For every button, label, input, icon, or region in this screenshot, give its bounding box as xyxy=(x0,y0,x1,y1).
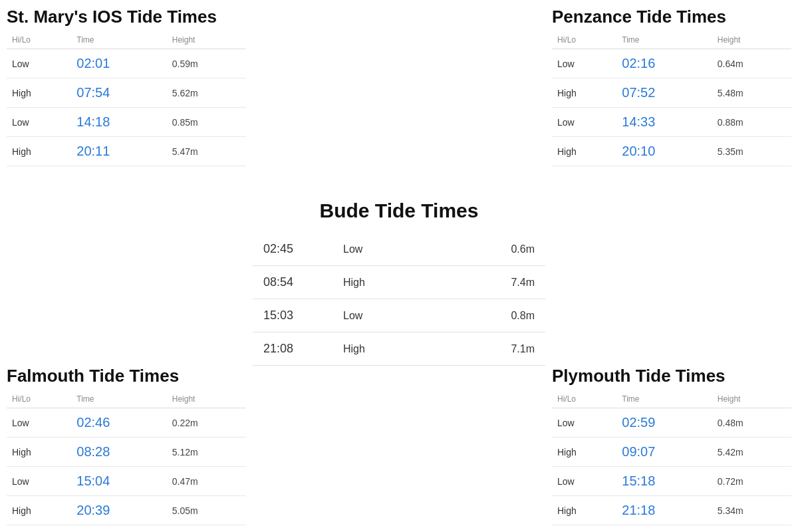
penzance-col-height: Height xyxy=(712,33,791,49)
plymouth-hilo-3: High xyxy=(552,496,616,525)
table-row: High 20:10 5.35m xyxy=(552,137,791,166)
stmarys-title: St. Mary's IOS Tide Times xyxy=(7,7,246,27)
bude-panel: Bude Tide Times 02:45 Low 0.6m 08:54 Hig… xyxy=(253,200,545,366)
table-row: 02:45 Low 0.6m xyxy=(253,233,545,266)
stmarys-height-3: 5.47m xyxy=(167,137,246,166)
penzance-hilo-0: Low xyxy=(552,49,616,78)
stmarys-col-height: Height xyxy=(167,33,246,49)
stmarys-col-hilo: Hi/Lo xyxy=(7,33,71,49)
plymouth-height-3: 5.34m xyxy=(712,496,791,525)
plymouth-panel: Plymouth Tide Times Hi/Lo Time Height Lo… xyxy=(552,366,791,525)
bude-hilo-2: Low xyxy=(332,299,412,332)
stmarys-panel: St. Mary's IOS Tide Times Hi/Lo Time Hei… xyxy=(7,7,246,166)
plymouth-hilo-0: Low xyxy=(552,408,616,438)
table-row: 08:54 High 7.4m xyxy=(253,266,545,299)
plymouth-time-1: 09:07 xyxy=(616,438,712,467)
plymouth-table: Hi/Lo Time Height Low 02:59 0.48m High 0… xyxy=(552,392,791,525)
table-row: High 20:11 5.47m xyxy=(7,137,246,166)
plymouth-time-3: 21:18 xyxy=(616,496,712,525)
table-row: 21:08 High 7.1m xyxy=(253,332,545,366)
falmouth-height-1: 5.12m xyxy=(167,438,246,467)
falmouth-hilo-0: Low xyxy=(7,408,71,438)
bude-hilo-3: High xyxy=(332,332,412,366)
bude-height-1: 7.4m xyxy=(412,266,545,299)
penzance-col-hilo: Hi/Lo xyxy=(552,33,616,49)
bude-table: 02:45 Low 0.6m 08:54 High 7.4m 15:03 Low… xyxy=(253,233,545,366)
penzance-height-2: 0.88m xyxy=(712,108,791,137)
penzance-height-0: 0.64m xyxy=(712,49,791,78)
falmouth-time-1: 08:28 xyxy=(71,438,166,467)
table-row: High 21:18 5.34m xyxy=(552,496,791,525)
plymouth-height-1: 5.42m xyxy=(712,438,791,467)
stmarys-col-time: Time xyxy=(71,33,166,49)
table-row: Low 15:04 0.47m xyxy=(7,467,246,496)
penzance-height-1: 5.48m xyxy=(712,78,791,108)
falmouth-hilo-3: High xyxy=(7,496,71,525)
table-row: Low 14:18 0.85m xyxy=(7,108,246,137)
plymouth-title: Plymouth Tide Times xyxy=(552,366,791,386)
bude-hilo-1: High xyxy=(332,266,412,299)
plymouth-hilo-2: Low xyxy=(552,467,616,496)
stmarys-height-2: 0.85m xyxy=(167,108,246,137)
table-row: Low 02:16 0.64m xyxy=(552,49,791,78)
plymouth-height-2: 0.72m xyxy=(712,467,791,496)
penzance-time-2: 14:33 xyxy=(616,108,712,137)
penzance-col-time: Time xyxy=(616,33,712,49)
table-row: High 09:07 5.42m xyxy=(552,438,791,467)
stmarys-height-0: 0.59m xyxy=(167,49,246,78)
falmouth-height-2: 0.47m xyxy=(167,467,246,496)
bude-height-2: 0.8m xyxy=(412,299,545,332)
table-row: Low 02:46 0.22m xyxy=(7,408,246,438)
bude-time-0: 02:45 xyxy=(253,233,332,266)
falmouth-time-2: 15:04 xyxy=(71,467,166,496)
falmouth-col-hilo: Hi/Lo xyxy=(7,392,71,408)
plymouth-time-2: 15:18 xyxy=(616,467,712,496)
falmouth-col-height: Height xyxy=(167,392,246,408)
table-row: High 08:28 5.12m xyxy=(7,438,246,467)
penzance-panel: Penzance Tide Times Hi/Lo Time Height Lo… xyxy=(552,7,791,166)
plymouth-time-0: 02:59 xyxy=(616,408,712,438)
penzance-title: Penzance Tide Times xyxy=(552,7,791,27)
plymouth-hilo-1: High xyxy=(552,438,616,467)
table-row: High 07:52 5.48m xyxy=(552,78,791,108)
table-row: 15:03 Low 0.8m xyxy=(253,299,545,332)
penzance-hilo-2: Low xyxy=(552,108,616,137)
stmarys-time-3: 20:11 xyxy=(71,137,166,166)
table-row: High 07:54 5.62m xyxy=(7,78,246,108)
table-row: Low 02:01 0.59m xyxy=(7,49,246,78)
table-row: Low 02:59 0.48m xyxy=(552,408,791,438)
stmarys-hilo-2: Low xyxy=(7,108,71,137)
stmarys-height-1: 5.62m xyxy=(167,78,246,108)
falmouth-height-3: 5.05m xyxy=(167,496,246,525)
plymouth-col-height: Height xyxy=(712,392,791,408)
bude-title: Bude Tide Times xyxy=(253,200,545,222)
falmouth-hilo-2: Low xyxy=(7,467,71,496)
penzance-hilo-3: High xyxy=(552,137,616,166)
falmouth-time-3: 20:39 xyxy=(71,496,166,525)
bude-time-1: 08:54 xyxy=(253,266,332,299)
plymouth-height-0: 0.48m xyxy=(712,408,791,438)
falmouth-height-0: 0.22m xyxy=(167,408,246,438)
penzance-table: Hi/Lo Time Height Low 02:16 0.64m High 0… xyxy=(552,33,791,166)
penzance-time-1: 07:52 xyxy=(616,78,712,108)
falmouth-hilo-1: High xyxy=(7,438,71,467)
bude-height-0: 0.6m xyxy=(412,233,545,266)
bude-time-3: 21:08 xyxy=(253,332,332,366)
stmarys-time-1: 07:54 xyxy=(71,78,166,108)
falmouth-title: Falmouth Tide Times xyxy=(7,366,246,386)
stmarys-hilo-3: High xyxy=(7,137,71,166)
bude-time-2: 15:03 xyxy=(253,299,332,332)
stmarys-hilo-0: Low xyxy=(7,49,71,78)
table-row: Low 15:18 0.72m xyxy=(552,467,791,496)
stmarys-time-2: 14:18 xyxy=(71,108,166,137)
table-row: Low 14:33 0.88m xyxy=(552,108,791,137)
bude-hilo-0: Low xyxy=(332,233,412,266)
penzance-height-3: 5.35m xyxy=(712,137,791,166)
table-row: High 20:39 5.05m xyxy=(7,496,246,525)
stmarys-hilo-1: High xyxy=(7,78,71,108)
penzance-hilo-1: High xyxy=(552,78,616,108)
bude-height-3: 7.1m xyxy=(412,332,545,366)
falmouth-col-time: Time xyxy=(71,392,166,408)
falmouth-panel: Falmouth Tide Times Hi/Lo Time Height Lo… xyxy=(7,366,246,525)
penzance-time-0: 02:16 xyxy=(616,49,712,78)
